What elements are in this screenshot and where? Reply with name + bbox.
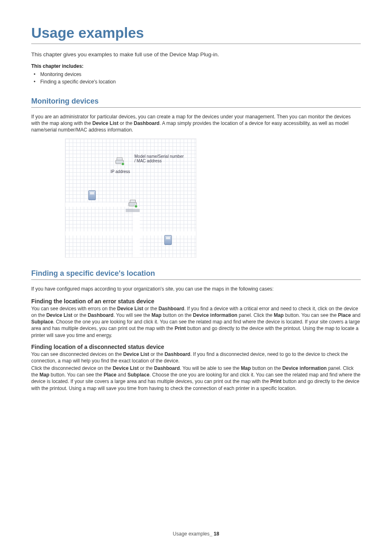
sub2-para-a: You can see disconnected devices on the …: [31, 351, 361, 364]
footer-sep: _: [210, 531, 214, 537]
bold-text: Device List: [46, 312, 72, 318]
includes-list: Monitoring devices Finding a specific de…: [31, 71, 361, 85]
text: or the: [149, 351, 164, 357]
bold-text: Device List: [117, 306, 143, 312]
sub-heading-error-status: Finding the location of an error status …: [31, 298, 361, 305]
section-heading-finding: Finding a specific device's location: [31, 269, 361, 280]
intro-text: This chapter gives you examples to make …: [31, 51, 361, 58]
section-heading-monitoring: Monitoring devices: [31, 97, 361, 108]
bold-text: Map: [39, 372, 49, 378]
wall-segment: [65, 203, 127, 207]
text: panel. Click the: [238, 312, 274, 318]
server-icon: [88, 190, 96, 200]
text: and: [351, 312, 360, 318]
text: . You will be able to see the: [180, 365, 241, 371]
text: or the: [143, 306, 158, 312]
text: . You will see the: [113, 312, 152, 318]
bold-text: Dashboard: [88, 312, 113, 318]
sub1-para: You can see devices with errors on the D…: [31, 305, 361, 339]
bold-text: Map: [274, 312, 284, 318]
footer-label: Usage examples: [173, 531, 210, 537]
printer-icon: [128, 200, 138, 208]
text: or the: [139, 365, 154, 371]
device-map-figure: Model name/Serial number / MAC address I…: [65, 138, 196, 258]
printer-icon: [115, 157, 125, 166]
page-title: Usage examples: [31, 25, 361, 44]
bold-text: Map: [152, 312, 161, 318]
bold-text: Dashboard: [164, 351, 190, 357]
server-icon: [164, 235, 172, 245]
bold-text: Device List: [123, 351, 149, 357]
text: button on the: [251, 365, 282, 371]
text: or the: [118, 120, 134, 126]
includes-label: This chapter includes:: [31, 63, 361, 69]
text: or the: [72, 312, 88, 318]
bold-text: Device List: [113, 365, 138, 371]
text: You can see devices with errors on the: [31, 306, 117, 312]
bold-text: Map: [241, 365, 251, 371]
bold-text: Place: [104, 372, 116, 378]
bold-text: Device information: [193, 312, 238, 318]
page-footer: Usage examples_ 18: [0, 531, 392, 537]
bold-text: Print: [175, 325, 186, 331]
list-item: Finding a specific device's location: [31, 78, 361, 85]
bold-text: Dashboard: [159, 306, 184, 312]
text: and: [117, 372, 128, 378]
bold-text: Dashboard: [154, 365, 180, 371]
bold-text: Place: [338, 312, 350, 318]
list-item: Monitoring devices: [31, 71, 361, 78]
ip-address-label: IP address: [111, 169, 130, 174]
model-serial-label: Model name/Serial number: [134, 154, 184, 159]
bold-text: Device List: [92, 120, 118, 126]
text: button on the: [161, 312, 193, 318]
section2-intro: If you have configured maps according to…: [31, 286, 361, 292]
text: You can see disconnected devices on the: [31, 351, 123, 357]
bold-text: Subplace: [127, 372, 149, 378]
sub2-para-b: Click the disconnected device on the Dev…: [31, 365, 361, 392]
sub-heading-disconnected-status: Finding location of a disconnected statu…: [31, 344, 361, 350]
wall-segment: [65, 231, 196, 235]
mac-address-label: / MAC address: [134, 159, 161, 163]
bold-text: Print: [270, 379, 281, 384]
text: Click the disconnected device on the: [31, 365, 113, 371]
text: button. You can see the: [284, 312, 338, 318]
bold-text: Dashboard: [134, 120, 160, 126]
bold-text: Subplace: [31, 319, 53, 325]
section1-para: If you are an administrator for particul…: [31, 113, 361, 134]
text: button. You can see the: [49, 372, 104, 378]
page-number: 18: [214, 531, 219, 537]
bold-text: Device information: [282, 365, 327, 371]
